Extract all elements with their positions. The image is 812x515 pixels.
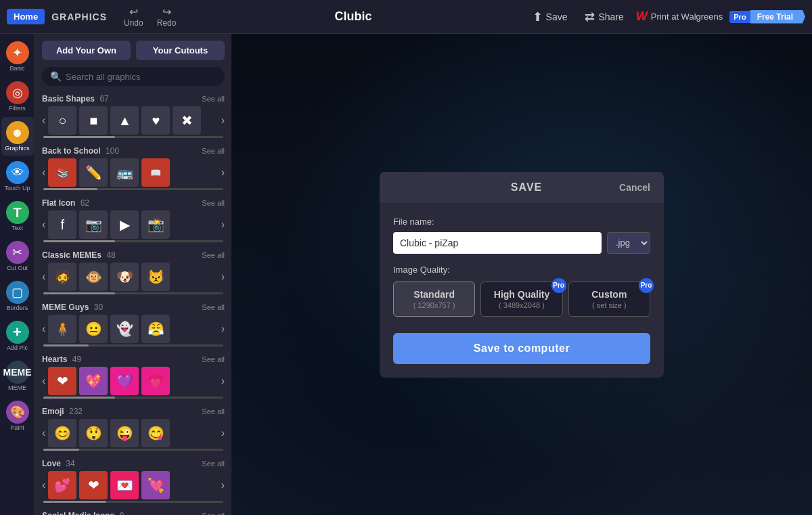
save-button[interactable]: ⬆ Save xyxy=(527,7,573,27)
prev-basic-shapes[interactable]: ‹ xyxy=(41,114,47,127)
canvas-area: SAVE Cancel File name: .jpg .png .pdf Im… xyxy=(231,34,812,515)
list-item[interactable]: 😊 xyxy=(48,419,76,447)
list-item[interactable]: 📷 xyxy=(79,210,108,239)
home-button[interactable]: Home xyxy=(7,9,45,24)
list-item[interactable]: 💜 xyxy=(110,367,139,395)
sidebar-item-cutout[interactable]: ✂ Cut Out xyxy=(1,237,34,275)
file-name-input[interactable] xyxy=(393,232,602,254)
list-item[interactable]: 🐵 xyxy=(79,263,108,291)
prev-classic-memes[interactable]: ‹ xyxy=(41,271,47,283)
prev-love[interactable]: ‹ xyxy=(41,479,47,491)
list-item[interactable]: f xyxy=(48,210,76,239)
list-item[interactable]: ♥ xyxy=(141,106,170,135)
list-item[interactable]: ▲ xyxy=(110,106,139,135)
quality-standard[interactable]: Standard ( 1290x757 ) xyxy=(393,282,475,317)
cancel-button[interactable]: Cancel xyxy=(619,182,650,193)
next-emoji[interactable]: › xyxy=(220,427,226,439)
search-input[interactable] xyxy=(66,72,217,82)
prev-back-to-school[interactable]: ‹ xyxy=(41,166,47,179)
sidebar-item-meme[interactable]: MEME MEME xyxy=(1,357,34,395)
sidebar-item-basic[interactable]: ✦ Basic xyxy=(1,37,34,76)
see-all-social-media[interactable]: See all xyxy=(202,512,225,515)
quality-custom[interactable]: Pro Custom ( set size ) xyxy=(568,282,650,317)
list-item[interactable]: 🚌 xyxy=(110,158,139,187)
undo-button[interactable]: ↩ Undo xyxy=(120,4,147,29)
sidebar-item-borders[interactable]: ▢ Borders xyxy=(1,277,34,315)
share-button[interactable]: ⇄ Share xyxy=(579,7,629,27)
next-classic-memes[interactable]: › xyxy=(220,271,226,283)
list-item[interactable]: ■ xyxy=(79,106,108,135)
quality-high[interactable]: Pro High Quality ( 3489x2048 ) xyxy=(480,282,562,317)
list-item[interactable]: 🧔 xyxy=(48,263,76,291)
next-love[interactable]: › xyxy=(220,479,226,491)
list-item[interactable]: ❤ xyxy=(79,471,108,499)
see-all-hearts[interactable]: See all xyxy=(202,355,225,363)
see-all-basic-shapes[interactable]: See all xyxy=(202,95,225,103)
sidebar-item-text[interactable]: T Text xyxy=(1,197,34,236)
cat-items-flat-icon: f 📷 ▶ 📸 xyxy=(48,210,218,239)
cat-items-classic-memes: 🧔 🐵 🐶 😾 xyxy=(48,263,218,291)
list-item[interactable]: 😐 xyxy=(79,315,108,343)
your-cutouts-button[interactable]: Your Cutouts xyxy=(136,41,225,60)
redo-button[interactable]: ↪ Redo xyxy=(154,4,180,29)
prev-hearts[interactable]: ‹ xyxy=(41,375,47,387)
pro-free-trial-badge[interactable]: Pro Free Trial xyxy=(729,10,805,24)
panel-content: Basic Shapes 67 See all ‹ ○ ■ ▲ ♥ ✖ › xyxy=(35,91,231,515)
prev-meme-guys[interactable]: ‹ xyxy=(41,323,47,335)
list-item[interactable]: 💌 xyxy=(110,471,139,499)
list-item[interactable]: 💖 xyxy=(79,367,108,395)
file-ext-select[interactable]: .jpg .png .pdf xyxy=(607,232,650,254)
category-back-to-school: Back to School 100 See all ‹ 📚 ✏️ 🚌 📖 › xyxy=(41,143,226,190)
cat-items-back-to-school: 📚 ✏️ 🚌 📖 xyxy=(48,158,218,187)
see-all-love[interactable]: See all xyxy=(202,460,225,468)
next-flat-icon[interactable]: › xyxy=(220,219,226,231)
list-item[interactable]: ▶ xyxy=(110,210,139,239)
category-name: Classic MEMEs 48 xyxy=(42,250,116,260)
sidebar-item-graphics[interactable]: ☻ Graphics xyxy=(1,117,34,156)
list-item[interactable]: 📖 xyxy=(141,158,170,187)
list-item[interactable]: 😾 xyxy=(141,263,170,291)
next-basic-shapes[interactable]: › xyxy=(220,114,226,127)
list-item[interactable]: 👻 xyxy=(110,315,139,343)
save-to-computer-button[interactable]: Save to computer xyxy=(393,333,650,364)
list-item[interactable]: ✏️ xyxy=(79,158,108,187)
prev-emoji[interactable]: ‹ xyxy=(41,427,47,439)
list-item[interactable]: 📸 xyxy=(141,210,170,239)
list-item[interactable]: 📚 xyxy=(48,158,76,187)
see-all-meme-guys[interactable]: See all xyxy=(202,303,225,311)
see-all-flat-icon[interactable]: See all xyxy=(202,199,225,207)
prev-flat-icon[interactable]: ‹ xyxy=(41,219,47,231)
sidebar-item-filters[interactable]: ◎ Filters xyxy=(1,77,34,116)
list-item[interactable]: 😜 xyxy=(110,419,139,447)
list-item[interactable]: 🧍 xyxy=(48,315,76,343)
list-item[interactable]: 😤 xyxy=(141,315,170,343)
next-meme-guys[interactable]: › xyxy=(220,323,226,335)
list-item[interactable]: 💘 xyxy=(141,471,170,499)
list-item[interactable]: ❤ xyxy=(48,367,76,395)
see-all-emoji[interactable]: See all xyxy=(202,407,225,416)
list-item[interactable]: 😲 xyxy=(79,419,108,447)
sidebar-item-addpic[interactable]: + Add Pic xyxy=(1,317,34,355)
save-modal: SAVE Cancel File name: .jpg .png .pdf Im… xyxy=(380,172,664,378)
see-all-classic-memes[interactable]: See all xyxy=(202,251,225,259)
paint-icon: 🎨 xyxy=(6,401,29,424)
list-item[interactable]: 😋 xyxy=(141,419,170,447)
sidebar-item-paint[interactable]: 🎨 Paint xyxy=(1,397,34,435)
pro-label: Pro xyxy=(729,11,750,23)
category-classic-memes: Classic MEMEs 48 See all ‹ 🧔 🐵 🐶 😾 › xyxy=(41,248,226,294)
list-item[interactable]: ✖ xyxy=(173,106,201,135)
list-item[interactable]: 💗 xyxy=(141,367,170,395)
sidebar-item-touchup[interactable]: 👁 Touch Up xyxy=(1,157,34,196)
category-social-media: Social Media Icons 8 See all ‹ f 📷 📱 🐦 › xyxy=(41,508,226,515)
add-your-own-button[interactable]: Add Your Own xyxy=(42,41,131,60)
list-item[interactable]: 🐶 xyxy=(110,263,139,291)
category-row: ‹ ○ ■ ▲ ♥ ✖ › xyxy=(41,106,226,135)
walgreens-button[interactable]: W Print at Walgreens xyxy=(636,9,723,24)
cat-items-hearts: ❤ 💖 💜 💗 xyxy=(48,367,218,395)
list-item[interactable]: 💕 xyxy=(48,471,76,499)
category-scrollbar xyxy=(43,240,223,242)
next-back-to-school[interactable]: › xyxy=(220,166,226,179)
see-all-back-to-school[interactable]: See all xyxy=(202,147,225,155)
list-item[interactable]: ○ xyxy=(48,106,76,135)
next-hearts[interactable]: › xyxy=(220,375,226,387)
